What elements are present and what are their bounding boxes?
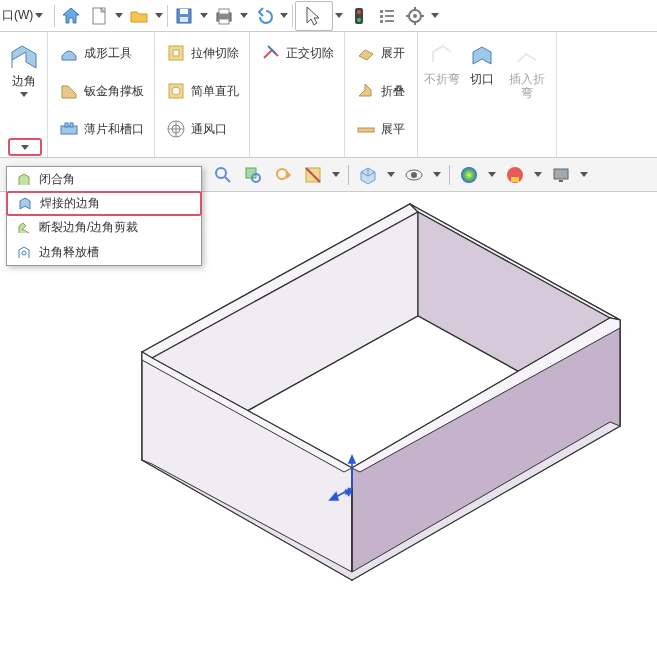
svg-rect-2: [180, 9, 188, 14]
section-icon: [303, 165, 323, 185]
chevron-down-icon: [20, 92, 28, 97]
window-menu[interactable]: 口(W): [2, 7, 52, 24]
corner-relief-icon: [15, 244, 33, 262]
gusset-button[interactable]: 钣金角撑板: [54, 78, 148, 104]
corner-button[interactable]: 边角: [4, 38, 44, 101]
svg-rect-14: [380, 20, 383, 23]
extrude-cut-button[interactable]: 拉伸切除: [161, 40, 243, 66]
svg-rect-5: [219, 9, 229, 14]
save-dropdown[interactable]: [198, 13, 210, 18]
appearance-dropdown[interactable]: [486, 172, 498, 177]
section-dropdown[interactable]: [330, 172, 342, 177]
prev-view-icon: [273, 165, 293, 185]
svg-line-37: [225, 177, 230, 182]
hide-show-button[interactable]: [401, 162, 427, 188]
menu-welded-corner[interactable]: 焊接的边角: [6, 191, 202, 216]
svg-rect-22: [61, 126, 77, 134]
file-list-button[interactable]: [373, 2, 401, 30]
rebuild-button[interactable]: [345, 2, 373, 30]
print-dropdown[interactable]: [238, 13, 250, 18]
vent-button[interactable]: 通风口: [161, 116, 241, 142]
fold-button[interactable]: 折叠: [351, 78, 411, 104]
render-button[interactable]: [548, 162, 574, 188]
menu-closed-corner[interactable]: 闭合角: [7, 167, 201, 192]
cursor-icon: [303, 5, 325, 27]
hideshow-dropdown[interactable]: [431, 172, 443, 177]
section-view-button[interactable]: [300, 162, 326, 188]
svg-rect-51: [554, 169, 568, 179]
settings-dropdown[interactable]: [429, 13, 441, 18]
svg-rect-34: [358, 128, 374, 132]
gear-icon: [405, 6, 425, 26]
svg-rect-23: [65, 123, 68, 127]
svg-point-17: [413, 14, 417, 18]
prev-view-button[interactable]: [270, 162, 296, 188]
svg-rect-13: [385, 15, 394, 17]
gusset-icon: [58, 80, 80, 102]
list-icon: [377, 6, 397, 26]
select-button[interactable]: [295, 1, 333, 31]
open-dropdown[interactable]: [153, 13, 165, 18]
render-dropdown[interactable]: [578, 172, 590, 177]
flatten-button[interactable]: 展平: [351, 116, 411, 142]
ribbon-toolbar: 边角 成形工具 钣金角撑板 薄片和槽口 拉伸切除 简单直孔 通风口 正交切除 展…: [0, 32, 657, 158]
chevron-down-icon: [35, 13, 43, 18]
sphere-color-icon: [459, 165, 479, 185]
zoom-area-icon: [243, 165, 263, 185]
tab-slot-button[interactable]: 薄片和槽口: [54, 116, 148, 142]
unfold-icon: [355, 42, 377, 64]
scene-button[interactable]: [502, 162, 528, 188]
svg-point-48: [461, 167, 477, 183]
normal-cut-button[interactable]: 正交切除: [256, 40, 338, 66]
corner-icon: [8, 42, 40, 72]
svg-point-28: [172, 87, 180, 95]
undo-dropdown[interactable]: [278, 13, 290, 18]
svg-rect-10: [380, 10, 383, 13]
corner-dropdown-trigger[interactable]: [8, 138, 42, 156]
insert-bend-button: 插入折弯: [502, 38, 552, 104]
svg-point-8: [357, 10, 361, 14]
unfold-button[interactable]: 展开: [351, 40, 411, 66]
undo-button[interactable]: [250, 2, 278, 30]
svg-rect-6: [219, 19, 229, 24]
svg-rect-3: [180, 17, 188, 22]
monitor-icon: [551, 165, 571, 185]
display-style-button[interactable]: [355, 162, 381, 188]
menu-corner-relief[interactable]: 边角释放槽: [7, 240, 201, 265]
print-icon: [214, 6, 234, 26]
fold-icon: [355, 80, 377, 102]
svg-rect-50: [511, 177, 519, 182]
new-dropdown[interactable]: [113, 13, 125, 18]
closed-corner-icon: [15, 171, 33, 189]
save-icon: [174, 6, 194, 26]
print-button[interactable]: [210, 2, 238, 30]
simple-hole-button[interactable]: 简单直孔: [161, 78, 243, 104]
open-folder-icon: [129, 6, 149, 26]
svg-point-36: [216, 168, 226, 178]
new-button[interactable]: [85, 2, 113, 30]
save-button[interactable]: [170, 2, 198, 30]
settings-button[interactable]: [401, 2, 429, 30]
cut-button[interactable]: 切口: [462, 38, 502, 90]
scene-dropdown[interactable]: [532, 172, 544, 177]
select-dropdown[interactable]: [333, 13, 345, 18]
extrude-cut-icon: [165, 42, 187, 64]
flatten-icon: [355, 118, 377, 140]
menu-break-corner[interactable]: 断裂边角/边角剪裁: [7, 215, 201, 240]
zoom-fit-button[interactable]: [210, 162, 236, 188]
display-dropdown[interactable]: [385, 172, 397, 177]
zoom-area-button[interactable]: [240, 162, 266, 188]
svg-point-9: [357, 18, 361, 22]
hole-icon: [165, 80, 187, 102]
vent-icon: [165, 118, 187, 140]
open-button[interactable]: [125, 2, 153, 30]
home-button[interactable]: [57, 2, 85, 30]
svg-point-47: [411, 172, 417, 178]
forming-tool-button[interactable]: 成形工具: [54, 40, 136, 66]
home-icon: [61, 6, 81, 26]
appearance-button[interactable]: [456, 162, 482, 188]
normal-cut-icon: [260, 42, 282, 64]
traffic-light-icon: [349, 6, 369, 26]
no-bend-button: 不折弯: [422, 38, 462, 90]
undo-icon: [254, 6, 274, 26]
